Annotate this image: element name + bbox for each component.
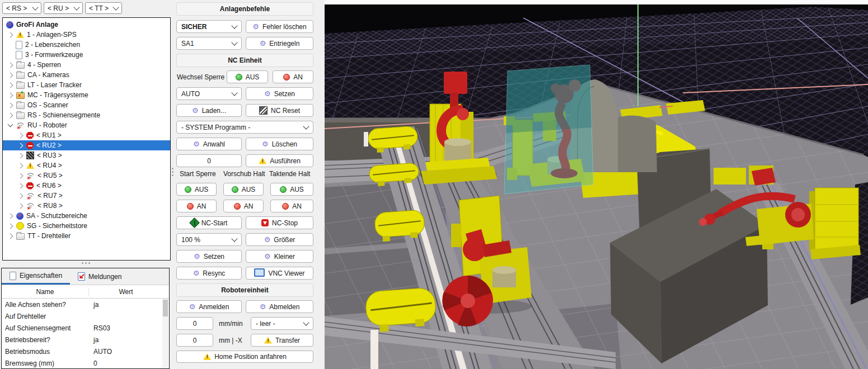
tree-item-grofi-anlage[interactable]: GroFi Anlage xyxy=(3,20,170,30)
chevron-right-icon[interactable] xyxy=(8,32,13,37)
chevron-right-icon[interactable] xyxy=(18,143,24,148)
taktende-halt-an-button[interactable]: AN xyxy=(270,200,313,212)
vertical-splitter[interactable] xyxy=(172,168,173,176)
start-sperre-aus-button[interactable]: AUS xyxy=(176,183,217,196)
tab-meldungen[interactable]: Meldungen xyxy=(70,268,129,285)
select-program-button[interactable]: ⚙Anwahl xyxy=(176,138,242,150)
rs-selector[interactable]: < RS > xyxy=(2,2,41,14)
nc-start-icon xyxy=(189,217,199,228)
bigger-button[interactable]: ⚙Größer xyxy=(246,233,313,246)
chevron-right-icon[interactable] xyxy=(8,62,13,68)
nc-stop-button[interactable]: NC-Stop xyxy=(246,216,313,229)
chevron-right-icon[interactable] xyxy=(8,223,13,229)
position-input[interactable]: 0 xyxy=(176,334,213,347)
delete-program-button[interactable]: ⚙Löschen xyxy=(246,138,313,150)
chevron-right-icon[interactable] xyxy=(8,102,13,108)
tree-item-schienensegmente[interactable]: RS - Schienensegmente xyxy=(3,110,170,120)
tree-item-ru7[interactable]: < RU7 > xyxy=(3,191,170,201)
nc-start-button[interactable]: NC-Start xyxy=(176,216,242,229)
target-dropdown[interactable]: - leer - xyxy=(251,317,313,330)
tree-item-laser-tracker[interactable]: LT - Laser Tracker xyxy=(3,80,170,90)
white-post xyxy=(370,330,378,369)
tree-item-schutzbereiche[interactable]: SA - Schutzbereiche xyxy=(3,211,170,221)
chevron-right-icon[interactable] xyxy=(18,163,24,168)
chevron-right-icon[interactable] xyxy=(8,112,13,118)
table-row[interactable]: Alle Achsen stehen? ja xyxy=(2,299,169,310)
tree-item-roboter[interactable]: RU - Roboter xyxy=(3,120,170,130)
table-row[interactable]: Auf Schienensegment RS03 xyxy=(2,322,169,334)
tree-item-drehteller[interactable]: TT - Drehteller xyxy=(3,231,170,241)
table-row[interactable]: Betriebsmodus AUTO xyxy=(2,346,169,357)
table-row[interactable]: Betriebsbereit? ja xyxy=(2,334,169,346)
scrollbar[interactable] xyxy=(162,299,168,369)
table-row[interactable]: Bremsweg (mm) 0 xyxy=(2,357,169,369)
chevron-right-icon[interactable] xyxy=(18,133,24,138)
chevron-right-icon[interactable] xyxy=(18,183,24,188)
tree-item-anlagen-sps[interactable]: 1 - Anlagen-SPS xyxy=(3,30,170,40)
scrollbar-thumb[interactable] xyxy=(163,300,168,316)
tree-item-formwerkzeuge[interactable]: 3 - Formwerkzeuge xyxy=(3,50,170,60)
chevron-down-icon[interactable] xyxy=(8,122,13,127)
tree-item-ru5[interactable]: < RU5 > xyxy=(3,171,170,181)
clear-errors-button[interactable]: ⚙Fehler löschen xyxy=(246,20,313,33)
tree-item-ru1[interactable]: < RU1 > xyxy=(3,130,170,140)
tree-item-lebenszeichen[interactable]: 2 - Lebenszeichen xyxy=(3,40,170,50)
vorschub-halt-label: Vorschub Halt xyxy=(223,169,265,178)
wechsel-sperre-an-button[interactable]: AN xyxy=(273,70,313,83)
chevron-right-icon[interactable] xyxy=(18,203,24,209)
tree-item-sicherheitstore[interactable]: SG - Sicherheitstore xyxy=(3,221,170,231)
3d-viewport[interactable] xyxy=(325,0,868,369)
safety-state-dropdown[interactable]: SICHER xyxy=(176,20,242,33)
start-sperre-an-button[interactable]: AN xyxy=(176,200,217,212)
tree-item-ru8[interactable]: < RU8 > xyxy=(3,201,170,211)
override-dropdown[interactable]: 100 % xyxy=(176,233,242,246)
horizontal-splitter[interactable] xyxy=(82,262,90,264)
tt-selector[interactable]: < TT > xyxy=(85,2,122,14)
tree-item-ru3[interactable]: < RU3 > xyxy=(3,150,170,160)
transfer-button[interactable]: Transfer xyxy=(251,334,313,347)
tt-selector-value: < TT > xyxy=(89,4,109,12)
vnc-viewer-button[interactable]: VNC Viewer xyxy=(246,267,313,280)
tree-item-traegersysteme[interactable]: MC - Trägersysteme xyxy=(3,90,170,100)
program-number-input[interactable]: 0 xyxy=(176,154,242,167)
vorschub-halt-an-button[interactable]: AN xyxy=(223,200,264,212)
chevron-right-icon[interactable] xyxy=(8,213,13,219)
tree-item-ru6[interactable]: < RU6 > xyxy=(3,181,170,191)
chevron-right-icon[interactable] xyxy=(8,92,13,98)
smaller-button[interactable]: ⚙Kleiner xyxy=(246,250,313,263)
logout-button[interactable]: ⚙Abmelden xyxy=(246,300,313,313)
red-dot-icon xyxy=(187,203,194,210)
vorschub-halt-aus-button[interactable]: AUS xyxy=(223,183,264,196)
tree-item-scanner[interactable]: OS - Scanner xyxy=(3,100,170,110)
chevron-right-icon[interactable] xyxy=(8,72,13,78)
login-button[interactable]: ⚙Anmelden xyxy=(176,300,242,313)
load-button[interactable]: ⚙Laden... xyxy=(176,104,242,117)
wechsel-sperre-aus-button[interactable]: AUS xyxy=(227,70,268,83)
tab-eigenschaften[interactable]: Eigenschaften xyxy=(2,268,70,285)
speed-input[interactable]: 0 xyxy=(176,317,213,330)
set-override-button[interactable]: ⚙Setzen xyxy=(176,250,242,263)
program-dropdown[interactable]: - SYSTEM Programm - xyxy=(176,121,313,134)
unlock-button[interactable]: ⚙Entriegeln xyxy=(246,37,313,50)
table-row[interactable]: Auf Drehteller xyxy=(2,310,169,322)
chevron-right-icon[interactable] xyxy=(18,173,24,178)
set-mode-button[interactable]: ⚙Setzen xyxy=(246,87,313,100)
safety-area-dropdown[interactable]: SA1 xyxy=(176,37,242,50)
chevron-right-icon[interactable] xyxy=(8,82,13,88)
tree-item-sperren[interactable]: 4 - Sperren xyxy=(3,60,170,70)
chevron-right-icon[interactable] xyxy=(8,233,13,239)
execute-button[interactable]: Ausführen xyxy=(246,154,313,167)
chevron-right-icon[interactable] xyxy=(18,153,24,158)
tree-item-kameras[interactable]: CA - Kameras xyxy=(3,70,170,80)
taktende-halt-aus-button[interactable]: AUS xyxy=(270,183,313,196)
mode-dropdown[interactable]: AUTO xyxy=(176,87,242,100)
rs-selector-value: < RS > xyxy=(6,4,27,12)
resync-button[interactable]: ⚙Resync xyxy=(176,267,242,280)
tree-item-ru2-selected[interactable]: < RU2 > xyxy=(3,140,170,150)
green-dot-icon xyxy=(280,186,287,193)
ru-selector[interactable]: < RU > xyxy=(44,2,83,14)
nc-reset-button[interactable]: NC Reset xyxy=(246,104,313,117)
chevron-right-icon[interactable] xyxy=(18,193,24,198)
tree-item-ru4[interactable]: < RU4 > xyxy=(3,160,170,171)
home-position-button[interactable]: Home Position anfahren xyxy=(176,351,313,363)
